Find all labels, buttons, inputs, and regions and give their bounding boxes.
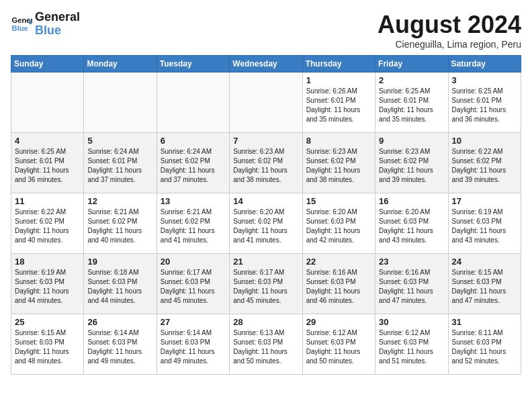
calendar-day-cell: 11Sunrise: 6:22 AM Sunset: 6:02 PM Dayli… — [11, 193, 84, 254]
day-number: 20 — [161, 257, 226, 267]
day-info: Sunrise: 6:25 AM Sunset: 6:01 PM Dayligh… — [379, 87, 444, 124]
day-info: Sunrise: 6:23 AM Sunset: 6:02 PM Dayligh… — [379, 147, 444, 185]
day-info: Sunrise: 6:15 AM Sunset: 6:03 PM Dayligh… — [452, 268, 517, 306]
day-number: 4 — [15, 136, 80, 146]
day-number: 29 — [306, 317, 371, 327]
calendar-day-cell — [157, 73, 229, 133]
weekday-header-cell: Monday — [84, 56, 157, 73]
day-info: Sunrise: 6:21 AM Sunset: 6:02 PM Dayligh… — [161, 208, 226, 245]
calendar-day-cell: 26Sunrise: 6:14 AM Sunset: 6:03 PM Dayli… — [84, 314, 157, 375]
day-number: 21 — [233, 257, 298, 267]
calendar-day-cell: 19Sunrise: 6:18 AM Sunset: 6:03 PM Dayli… — [84, 254, 157, 314]
calendar-day-cell — [230, 73, 302, 133]
logo-icon: General Blue — [11, 13, 32, 35]
day-info: Sunrise: 6:17 AM Sunset: 6:03 PM Dayligh… — [161, 268, 226, 306]
svg-text:Blue: Blue — [12, 24, 28, 32]
calendar-day-cell: 28Sunrise: 6:13 AM Sunset: 6:03 PM Dayli… — [230, 314, 302, 375]
day-info: Sunrise: 6:20 AM Sunset: 6:03 PM Dayligh… — [379, 208, 444, 245]
day-number: 19 — [87, 257, 152, 267]
day-info: Sunrise: 6:12 AM Sunset: 6:03 PM Dayligh… — [306, 328, 371, 366]
calendar-day-cell: 10Sunrise: 6:22 AM Sunset: 6:02 PM Dayli… — [448, 133, 521, 193]
day-number: 24 — [452, 257, 517, 267]
day-number: 28 — [233, 317, 298, 327]
day-number: 14 — [233, 196, 298, 206]
calendar-day-cell: 29Sunrise: 6:12 AM Sunset: 6:03 PM Dayli… — [302, 314, 375, 375]
calendar-day-cell: 31Sunrise: 6:11 AM Sunset: 6:03 PM Dayli… — [448, 314, 521, 375]
calendar-day-cell: 17Sunrise: 6:19 AM Sunset: 6:03 PM Dayli… — [448, 193, 521, 254]
calendar-week-row: 11Sunrise: 6:22 AM Sunset: 6:02 PM Dayli… — [11, 193, 521, 254]
calendar-body: 1Sunrise: 6:26 AM Sunset: 6:01 PM Daylig… — [11, 73, 521, 375]
calendar-day-cell: 20Sunrise: 6:17 AM Sunset: 6:03 PM Dayli… — [157, 254, 229, 314]
day-info: Sunrise: 6:20 AM Sunset: 6:03 PM Dayligh… — [306, 208, 371, 245]
weekday-header-cell: Thursday — [302, 56, 375, 73]
day-info: Sunrise: 6:25 AM Sunset: 6:01 PM Dayligh… — [452, 87, 517, 124]
day-number: 30 — [379, 317, 444, 327]
day-number: 27 — [161, 317, 226, 327]
logo: General Blue General Blue — [11, 11, 80, 38]
calendar-table: SundayMondayTuesdayWednesdayThursdayFrid… — [11, 55, 521, 375]
day-number: 1 — [306, 75, 371, 85]
day-number: 12 — [87, 196, 152, 206]
calendar-day-cell: 15Sunrise: 6:20 AM Sunset: 6:03 PM Dayli… — [302, 193, 375, 254]
calendar-day-cell — [11, 73, 84, 133]
day-number: 15 — [306, 196, 371, 206]
calendar-day-cell: 9Sunrise: 6:23 AM Sunset: 6:02 PM Daylig… — [375, 133, 448, 193]
day-info: Sunrise: 6:14 AM Sunset: 6:03 PM Dayligh… — [87, 328, 152, 366]
day-info: Sunrise: 6:19 AM Sunset: 6:03 PM Dayligh… — [452, 208, 517, 245]
day-number: 16 — [379, 196, 444, 206]
calendar-day-cell: 13Sunrise: 6:21 AM Sunset: 6:02 PM Dayli… — [157, 193, 229, 254]
day-info: Sunrise: 6:22 AM Sunset: 6:02 PM Dayligh… — [15, 208, 80, 245]
weekday-header-cell: Saturday — [448, 56, 521, 73]
calendar-day-cell: 30Sunrise: 6:12 AM Sunset: 6:03 PM Dayli… — [375, 314, 448, 375]
location: Cieneguilla, Lima region, Peru — [378, 39, 521, 50]
calendar-day-cell: 16Sunrise: 6:20 AM Sunset: 6:03 PM Dayli… — [375, 193, 448, 254]
calendar-day-cell: 8Sunrise: 6:23 AM Sunset: 6:02 PM Daylig… — [302, 133, 375, 193]
day-info: Sunrise: 6:24 AM Sunset: 6:02 PM Dayligh… — [161, 147, 226, 185]
day-number: 5 — [87, 136, 152, 146]
day-info: Sunrise: 6:21 AM Sunset: 6:02 PM Dayligh… — [87, 208, 152, 245]
day-number: 18 — [15, 257, 80, 267]
calendar-week-row: 1Sunrise: 6:26 AM Sunset: 6:01 PM Daylig… — [11, 73, 521, 133]
day-info: Sunrise: 6:16 AM Sunset: 6:03 PM Dayligh… — [379, 268, 444, 306]
day-number: 23 — [379, 257, 444, 267]
calendar-day-cell: 4Sunrise: 6:25 AM Sunset: 6:01 PM Daylig… — [11, 133, 84, 193]
calendar-day-cell: 2Sunrise: 6:25 AM Sunset: 6:01 PM Daylig… — [375, 73, 448, 133]
calendar-day-cell: 21Sunrise: 6:17 AM Sunset: 6:03 PM Dayli… — [230, 254, 302, 314]
logo-general: General — [35, 11, 80, 24]
day-number: 31 — [452, 317, 517, 327]
day-info: Sunrise: 6:20 AM Sunset: 6:02 PM Dayligh… — [233, 208, 298, 245]
day-info: Sunrise: 6:26 AM Sunset: 6:01 PM Dayligh… — [306, 87, 371, 124]
day-number: 3 — [452, 75, 517, 85]
calendar-day-cell: 7Sunrise: 6:23 AM Sunset: 6:02 PM Daylig… — [230, 133, 302, 193]
day-info: Sunrise: 6:23 AM Sunset: 6:02 PM Dayligh… — [306, 147, 371, 185]
day-number: 11 — [15, 196, 80, 206]
logo-blue: Blue — [35, 24, 80, 38]
calendar-day-cell: 25Sunrise: 6:15 AM Sunset: 6:03 PM Dayli… — [11, 314, 84, 375]
day-info: Sunrise: 6:11 AM Sunset: 6:03 PM Dayligh… — [452, 328, 517, 366]
day-number: 22 — [306, 257, 371, 267]
calendar-week-row: 25Sunrise: 6:15 AM Sunset: 6:03 PM Dayli… — [11, 314, 521, 375]
day-number: 17 — [452, 196, 517, 206]
calendar-day-cell: 5Sunrise: 6:24 AM Sunset: 6:01 PM Daylig… — [84, 133, 157, 193]
calendar-day-cell — [84, 73, 157, 133]
day-number: 10 — [452, 136, 517, 146]
day-number: 6 — [161, 136, 226, 146]
day-info: Sunrise: 6:23 AM Sunset: 6:02 PM Dayligh… — [233, 147, 298, 185]
weekday-header-cell: Sunday — [11, 56, 84, 73]
day-number: 7 — [233, 136, 298, 146]
calendar-day-cell: 12Sunrise: 6:21 AM Sunset: 6:02 PM Dayli… — [84, 193, 157, 254]
calendar-day-cell: 1Sunrise: 6:26 AM Sunset: 6:01 PM Daylig… — [302, 73, 375, 133]
day-number: 13 — [161, 196, 226, 206]
day-info: Sunrise: 6:25 AM Sunset: 6:01 PM Dayligh… — [15, 147, 80, 185]
title-area: August 2024 Cieneguilla, Lima region, Pe… — [378, 11, 521, 50]
calendar-week-row: 4Sunrise: 6:25 AM Sunset: 6:01 PM Daylig… — [11, 133, 521, 193]
day-info: Sunrise: 6:15 AM Sunset: 6:03 PM Dayligh… — [15, 328, 80, 366]
weekday-header-row: SundayMondayTuesdayWednesdayThursdayFrid… — [11, 56, 521, 73]
day-info: Sunrise: 6:13 AM Sunset: 6:03 PM Dayligh… — [233, 328, 298, 366]
page-header: General Blue General Blue August 2024 Ci… — [11, 11, 521, 50]
day-info: Sunrise: 6:22 AM Sunset: 6:02 PM Dayligh… — [452, 147, 517, 185]
calendar-day-cell: 18Sunrise: 6:19 AM Sunset: 6:03 PM Dayli… — [11, 254, 84, 314]
day-number: 2 — [379, 75, 444, 85]
day-info: Sunrise: 6:17 AM Sunset: 6:03 PM Dayligh… — [233, 268, 298, 306]
calendar-day-cell: 24Sunrise: 6:15 AM Sunset: 6:03 PM Dayli… — [448, 254, 521, 314]
